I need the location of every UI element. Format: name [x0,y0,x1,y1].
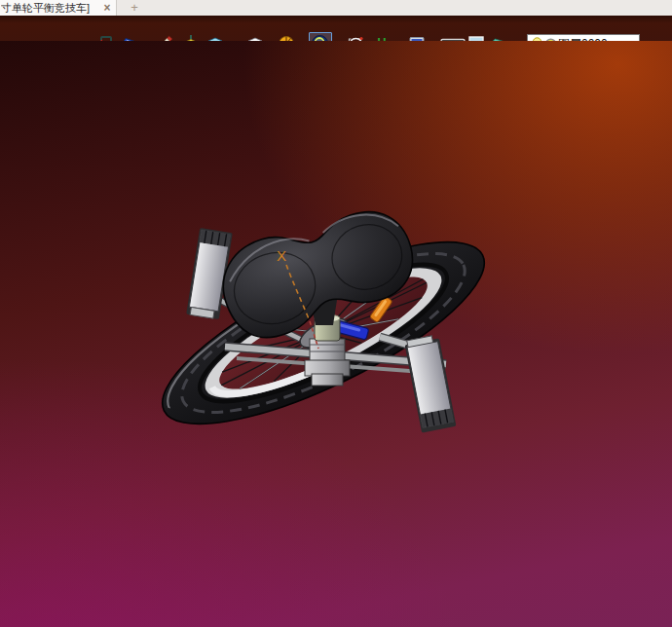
right-pedal[interactable] [404,334,457,432]
model-scene: X [0,41,672,627]
tab-title: 寸单轮平衡竞技车] [1,0,101,16]
tab-close-icon[interactable]: × [101,1,113,15]
cad-window: 寸单轮平衡竞技车] × + [0,0,672,627]
tab-bar: 寸单轮平衡竞技车] × + [0,0,672,16]
viewport-canvas[interactable]: X [0,41,672,627]
x-axis-label: X [277,247,286,264]
tab-document[interactable]: 寸单轮平衡竞技车] × [0,0,117,16]
toolbar: H 图层0000 [0,16,672,41]
new-tab-button[interactable]: + [123,1,146,15]
